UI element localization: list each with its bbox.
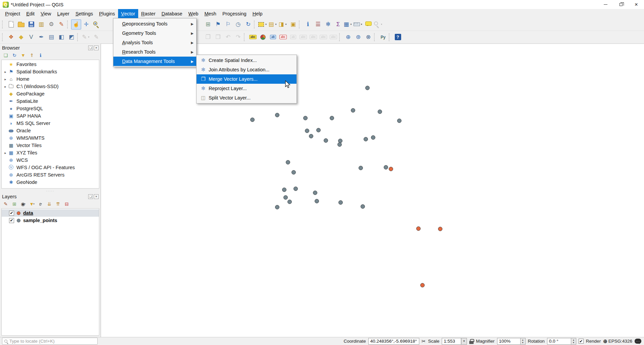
menu-item-analysis-tools[interactable]: Analysis Tools▶ — [113, 38, 196, 47]
toolbar-grip[interactable] — [2, 20, 5, 28]
add-selected-layers-button[interactable]: ❏ — [2, 52, 9, 59]
layer-visibility-checkbox[interactable]: ✔ — [9, 211, 14, 216]
browser-item-c-windows-ssd[interactable]: ▸C:\ (Windows-SSD) — [2, 83, 99, 90]
restore-button[interactable] — [613, 0, 629, 9]
browser-item-sap-hana[interactable]: ▣SAP HANA — [2, 112, 99, 120]
help-button[interactable]: ? — [393, 32, 403, 42]
rotation-spinbox[interactable]: 0.0 ° ▲▼ — [547, 338, 576, 345]
pin-labels-button[interactable]: ab — [268, 32, 278, 42]
layers-close-button[interactable]: ✕ — [94, 194, 99, 199]
temporal-controller-button[interactable]: ◷ — [233, 19, 243, 29]
current-edits-button-dropdown-arrow[interactable]: ▾ — [87, 36, 91, 39]
browser-item-xyz-tiles[interactable]: ▸▦XYZ Tiles — [2, 149, 99, 156]
layers-float-button[interactable]: ❏ — [88, 194, 93, 199]
render-checkbox[interactable]: ✔ — [579, 339, 584, 344]
processing-toolbox-button[interactable]: ✻ — [323, 19, 333, 29]
browser-float-button[interactable]: ❏ — [88, 46, 93, 50]
layer-row-data[interactable]: ✔data — [2, 209, 99, 217]
browser-item-arcgis-rest-servers[interactable]: ⊛ArcGIS REST Servers — [2, 171, 99, 179]
extents-toggle-icon[interactable]: ✂ — [422, 338, 426, 344]
layer-labeling-button[interactable]: abc — [248, 32, 258, 42]
layer-diagram-button[interactable] — [258, 32, 268, 42]
browser-item-geopackage[interactable]: ◆GeoPackage — [2, 90, 99, 97]
lock-scale-icon[interactable] — [469, 341, 474, 344]
show-layout-manager-button[interactable]: ⚙ — [46, 19, 56, 29]
measure-button-dropdown-arrow[interactable]: ▾ — [360, 23, 363, 26]
undo-button[interactable]: ↶ — [223, 32, 233, 42]
menu-project[interactable]: Project — [2, 9, 23, 18]
toggle-editing-button[interactable]: ✎ — [91, 32, 101, 42]
menu-database[interactable]: Database — [159, 9, 185, 18]
scale-dropdown-arrow[interactable]: ▼ — [461, 338, 467, 345]
new-geopackage-button[interactable]: ◆ — [16, 32, 26, 42]
toolbar-grip[interactable] — [2, 33, 5, 41]
magnifier-spinbox[interactable]: 100% ▲▼ — [497, 338, 526, 345]
browser-item-wms-wmts[interactable]: ⊕WMS/WMTS — [2, 134, 99, 142]
expander-icon[interactable]: ▸ — [3, 151, 8, 155]
zoom-last-button[interactable]: ▾ — [373, 19, 383, 29]
filter-expression-button[interactable]: ε▾ — [37, 201, 44, 207]
select-by-expression-button[interactable]: ▤▾ — [268, 19, 278, 29]
new-virtual-layer-button[interactable]: ◧ — [56, 32, 66, 42]
toolbar-grip[interactable] — [77, 33, 80, 41]
menu-mesh[interactable]: Mesh — [201, 9, 219, 18]
properties-widget-button[interactable]: ℹ — [37, 52, 44, 59]
metasearch-button[interactable]: ⊕ — [343, 32, 353, 42]
menu-item-geometry-tools[interactable]: Geometry Tools▶ — [113, 28, 196, 38]
crs-status-button[interactable]: EPSG:4326 — [608, 339, 632, 344]
current-edits-button[interactable]: ✎▾ — [81, 32, 91, 42]
browser-item-favorites[interactable]: ★Favorites — [2, 61, 99, 68]
toolbar-grip[interactable] — [299, 20, 302, 28]
globe-binoculars-button[interactable]: ⊗ — [363, 32, 373, 42]
field-calculator-button[interactable]: ☰ — [313, 19, 323, 29]
scale-select[interactable]: 1:553 ▼ — [442, 338, 467, 345]
statistical-summary-button[interactable]: Σ — [333, 19, 343, 29]
pan-map-button[interactable]: ☝ — [71, 19, 81, 29]
show-pinned-labels-button[interactable]: ab — [288, 32, 298, 42]
toolbar-grip[interactable] — [254, 20, 257, 28]
menu-raster[interactable]: Raster — [138, 9, 159, 18]
map-canvas[interactable] — [101, 44, 644, 337]
coordinate-input[interactable]: 40.248356°,-5.696918° — [368, 338, 419, 345]
select-features-button-dropdown-arrow[interactable]: ▾ — [264, 23, 268, 26]
browser-item-geonode[interactable]: ✱GeoNode — [2, 179, 99, 186]
expander-icon[interactable]: ▸ — [3, 77, 8, 81]
browser-item-home[interactable]: ▸⌂Home — [2, 75, 99, 83]
submenu-item-create-spatial-index[interactable]: ✻Create Spatial Index... — [197, 56, 297, 65]
minimize-button[interactable] — [598, 0, 613, 9]
data-source-manager-button[interactable]: ❖ — [6, 32, 16, 42]
submenu-item-reproject-layer[interactable]: ✻Reproject Layer... — [197, 84, 297, 93]
log-messages-button[interactable]: ··· — [635, 339, 641, 344]
close-button[interactable]: ✕ — [629, 0, 644, 9]
attribute-table-button-dropdown-arrow[interactable]: ▾ — [350, 23, 353, 26]
refresh-map-button[interactable]: ↻ — [243, 19, 253, 29]
remove-layer-button[interactable]: ⊟ — [63, 201, 70, 207]
new-print-layout-button[interactable]: ▥ — [36, 19, 46, 29]
collapse-all-layers-button[interactable]: ⇈ — [54, 201, 62, 207]
new-spatialite-layer-button[interactable]: ✒ — [36, 32, 46, 42]
menu-settings[interactable]: Settings — [72, 9, 96, 18]
globe-search-button[interactable]: ⊛ — [353, 32, 363, 42]
submenu-item-merge-vector-layers[interactable]: ❐Merge Vector Layers... — [197, 74, 297, 84]
menu-edit[interactable]: Edit — [23, 9, 38, 18]
locate-search-input[interactable]: Type to locate (Ctrl+K) — [2, 338, 98, 345]
deselect-all-button-dropdown-arrow[interactable]: ▾ — [284, 23, 288, 26]
map-tips-button[interactable] — [363, 19, 373, 29]
toolbar-grip[interactable] — [389, 33, 391, 41]
menu-vector[interactable]: Vector — [118, 9, 138, 18]
move-label-button[interactable]: abc — [308, 32, 318, 42]
redo-button[interactable]: ↷ — [233, 32, 243, 42]
panel-splitter[interactable]: ····· — [0, 190, 101, 192]
rotate-label-button[interactable]: abc — [318, 32, 328, 42]
filter-browser-button[interactable]: ▼ — [19, 52, 27, 59]
expand-all-button[interactable]: ⇊ — [46, 201, 53, 207]
browser-item-spatial-bookmarks[interactable]: ▸⚑Spatial Bookmarks — [2, 68, 99, 75]
refresh-browser-button[interactable]: ↻ — [11, 52, 18, 59]
select-by-value-button[interactable]: ▣ — [288, 19, 298, 29]
identify-features-button[interactable]: ℹ — [303, 19, 313, 29]
browser-item-ms-sql-server[interactable]: ◗MS SQL Server — [2, 120, 99, 127]
layer-visibility-checkbox[interactable]: ✔ — [9, 218, 14, 223]
manage-visibility-button[interactable]: ◉▾ — [19, 201, 27, 207]
show-unplaced-labels-button[interactable]: abc — [298, 32, 308, 42]
menu-processing[interactable]: Processing — [219, 9, 250, 18]
